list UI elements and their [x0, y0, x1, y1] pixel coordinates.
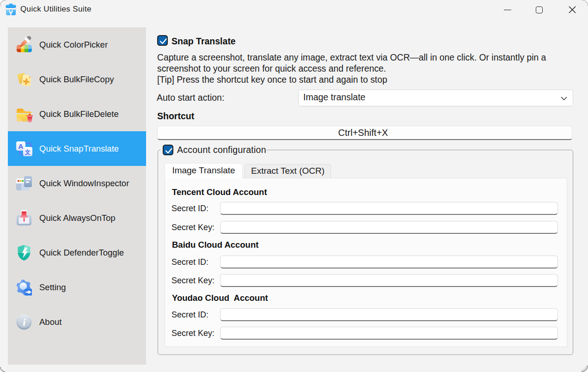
svg-text:A: A [18, 142, 24, 150]
svg-text:i: i [23, 317, 26, 328]
svg-text:文: 文 [24, 148, 31, 155]
